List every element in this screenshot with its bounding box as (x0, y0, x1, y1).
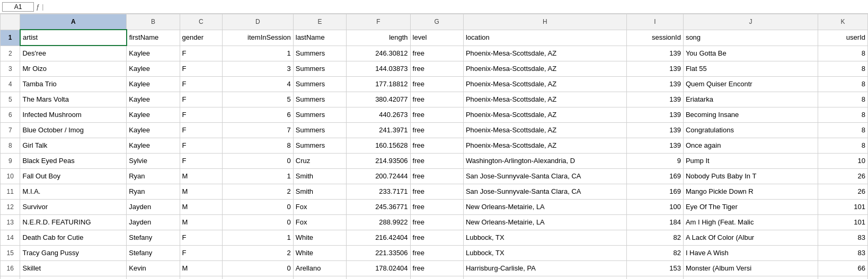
table-cell[interactable]: 83 (818, 246, 868, 261)
table-cell[interactable]: 2 (222, 246, 293, 261)
table-cell[interactable]: F (180, 276, 222, 280)
table-cell[interactable]: Summers (293, 92, 346, 107)
table-cell[interactable]: White (293, 230, 346, 246)
table-cell[interactable]: 1 (222, 46, 293, 61)
table-cell[interactable]: free (410, 61, 463, 77)
col-header-A[interactable]: A (20, 14, 127, 30)
table-cell[interactable]: 139 (626, 61, 683, 77)
table-cell[interactable]: Phoenix-Mesa-Scottsdale, AZ (463, 61, 626, 77)
col-header-E[interactable]: E (293, 14, 346, 30)
table-cell[interactable]: Summers (293, 138, 346, 154)
table-cell[interactable]: Phoenix-Mesa-Scottsdale, AZ (463, 92, 626, 107)
table-cell[interactable]: free (410, 46, 463, 61)
table-cell[interactable]: 440.2673 (347, 107, 410, 123)
table-cell[interactable]: Ryan (127, 169, 180, 184)
row-number[interactable]: 15 (1, 246, 20, 261)
table-cell[interactable]: 139 (626, 138, 683, 154)
table-cell[interactable]: 83 (818, 230, 868, 246)
row-number[interactable]: 3 (1, 61, 20, 77)
table-cell[interactable]: 101 (818, 215, 868, 230)
table-cell[interactable]: 8 (818, 123, 868, 138)
table-cell[interactable]: Sutton (293, 276, 346, 280)
table-cell[interactable]: free (410, 200, 463, 215)
table-cell[interactable]: I Have A Wish (683, 246, 818, 261)
table-cell[interactable]: 8 (222, 138, 293, 154)
table-cell[interactable]: Cruz (293, 154, 346, 169)
table-cell[interactable]: Phoenix-Mesa-Scottsdale, AZ (463, 46, 626, 61)
table-cell[interactable]: free (410, 123, 463, 138)
table-cell[interactable]: free (410, 246, 463, 261)
col-header-K[interactable]: K (818, 14, 868, 30)
table-cell[interactable]: 233.7171 (347, 184, 410, 200)
table-cell[interactable]: 0 (222, 276, 293, 280)
table-cell[interactable]: 1 (222, 230, 293, 246)
row-number[interactable]: 1 (1, 30, 20, 46)
table-cell[interactable]: Lubbock, TX (463, 230, 626, 246)
table-cell[interactable]: song (683, 30, 818, 46)
table-cell[interactable]: Mr Oizo (20, 61, 127, 77)
row-number[interactable]: 10 (1, 169, 20, 184)
table-cell[interactable]: F (180, 46, 222, 61)
table-cell[interactable]: 178.02404 (347, 261, 410, 276)
table-cell[interactable]: Pump It (683, 154, 818, 169)
table-cell[interactable]: 169 (626, 184, 683, 200)
table-cell[interactable]: Dance Gavin Dance (20, 276, 127, 280)
table-cell[interactable]: Uneasy Hearts Weigh (683, 276, 818, 280)
table-cell[interactable]: Lubbock, TX (463, 246, 626, 261)
table-cell[interactable]: 380.42077 (347, 92, 410, 107)
table-cell[interactable]: 48 (818, 276, 868, 280)
table-cell[interactable]: Kaylee (127, 92, 180, 107)
table-cell[interactable]: You Gotta Be (683, 46, 818, 61)
table-cell[interactable]: 221.33506 (347, 246, 410, 261)
table-cell[interactable]: F (180, 123, 222, 138)
table-cell[interactable]: 2 (222, 184, 293, 200)
table-cell[interactable]: Kaylee (127, 123, 180, 138)
table-cell[interactable]: 144.03873 (347, 61, 410, 77)
table-cell[interactable]: 8 (818, 107, 868, 123)
table-cell[interactable]: 153 (626, 261, 683, 276)
table-cell[interactable]: Kaylee (127, 61, 180, 77)
table-cell[interactable]: lastName (293, 30, 346, 46)
table-cell[interactable]: Mango Pickle Down R (683, 184, 818, 200)
table-cell[interactable]: free (410, 107, 463, 123)
table-cell[interactable]: 139 (626, 92, 683, 107)
table-cell[interactable]: F (180, 61, 222, 77)
table-cell[interactable]: 3 (222, 61, 293, 77)
table-cell[interactable]: free (410, 138, 463, 154)
table-cell[interactable]: San Jose-Sunnyvale-Santa Clara, CA (463, 184, 626, 200)
col-header-G[interactable]: G (410, 14, 463, 30)
table-cell[interactable]: 82 (626, 246, 683, 261)
table-cell[interactable]: 66 (818, 261, 868, 276)
table-cell[interactable]: M (180, 261, 222, 276)
table-cell[interactable]: gender (180, 30, 222, 46)
table-cell[interactable]: New Orleans-Metairie, LA (463, 200, 626, 215)
table-cell[interactable]: The Mars Volta (20, 92, 127, 107)
table-cell[interactable]: M (180, 215, 222, 230)
table-cell[interactable]: 100 (626, 200, 683, 215)
table-cell[interactable]: F (180, 154, 222, 169)
table-cell[interactable]: Phoenix-Mesa-Scottsdale, AZ (463, 77, 626, 92)
table-cell[interactable]: Phoenix-Mesa-Scottsdale, AZ (463, 123, 626, 138)
row-number[interactable]: 14 (1, 230, 20, 246)
table-cell[interactable]: 169 (626, 169, 683, 184)
table-cell[interactable]: Kaylee (127, 46, 180, 61)
name-box[interactable] (2, 2, 34, 12)
row-number[interactable]: 6 (1, 107, 20, 123)
row-number[interactable]: 16 (1, 261, 20, 276)
table-cell[interactable]: Summers (293, 77, 346, 92)
table-cell[interactable]: Skillet (20, 261, 127, 276)
table-cell[interactable]: Stefany (127, 230, 180, 246)
table-cell[interactable]: 4 (222, 77, 293, 92)
table-cell[interactable]: Jayden (127, 215, 180, 230)
table-cell[interactable]: Tracy Gang Pussy (20, 246, 127, 261)
table-cell[interactable]: F (180, 230, 222, 246)
row-number[interactable]: 13 (1, 215, 20, 230)
table-cell[interactable]: level (410, 30, 463, 46)
table-cell[interactable]: Summers (293, 107, 346, 123)
table-cell[interactable]: F (180, 92, 222, 107)
table-cell[interactable]: Smith (293, 169, 346, 184)
row-number[interactable]: 12 (1, 200, 20, 215)
table-cell[interactable]: M (180, 184, 222, 200)
table-cell[interactable]: Harrisburg-Carlisle, PA (463, 261, 626, 276)
table-cell[interactable]: 47 (626, 276, 683, 280)
